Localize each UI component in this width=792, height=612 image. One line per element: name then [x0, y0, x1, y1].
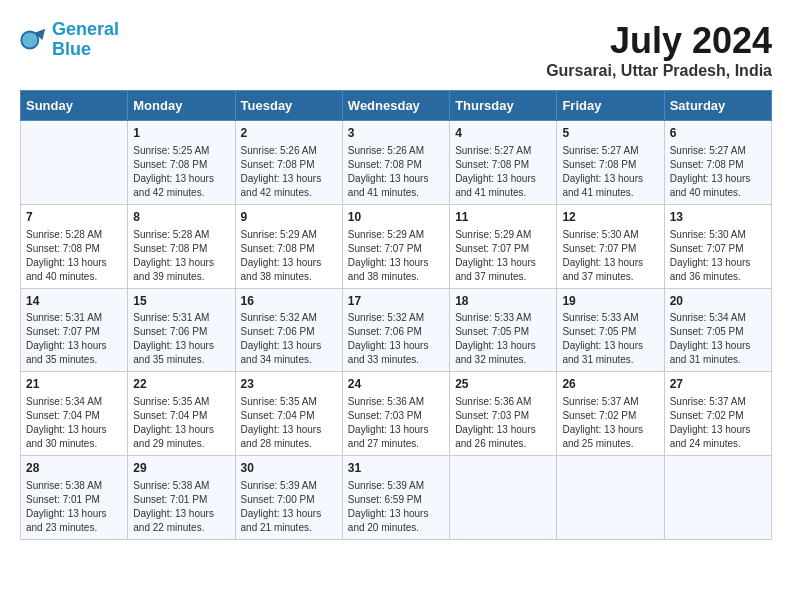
calendar-cell: 8Sunrise: 5:28 AM Sunset: 7:08 PM Daylig… — [128, 204, 235, 288]
calendar-week-5: 28Sunrise: 5:38 AM Sunset: 7:01 PM Dayli… — [21, 456, 772, 540]
day-number: 7 — [26, 209, 122, 226]
day-info: Sunrise: 5:27 AM Sunset: 7:08 PM Dayligh… — [562, 144, 658, 200]
day-number: 11 — [455, 209, 551, 226]
day-number: 17 — [348, 293, 444, 310]
day-number: 3 — [348, 125, 444, 142]
calendar-cell: 11Sunrise: 5:29 AM Sunset: 7:07 PM Dayli… — [450, 204, 557, 288]
calendar-cell: 24Sunrise: 5:36 AM Sunset: 7:03 PM Dayli… — [342, 372, 449, 456]
day-info: Sunrise: 5:33 AM Sunset: 7:05 PM Dayligh… — [562, 311, 658, 367]
calendar-cell: 15Sunrise: 5:31 AM Sunset: 7:06 PM Dayli… — [128, 288, 235, 372]
day-number: 28 — [26, 460, 122, 477]
day-number: 30 — [241, 460, 337, 477]
calendar-cell: 19Sunrise: 5:33 AM Sunset: 7:05 PM Dayli… — [557, 288, 664, 372]
calendar-cell — [664, 456, 771, 540]
logo-line2: Blue — [52, 39, 91, 59]
calendar-week-2: 7Sunrise: 5:28 AM Sunset: 7:08 PM Daylig… — [21, 204, 772, 288]
day-number: 15 — [133, 293, 229, 310]
calendar-cell: 29Sunrise: 5:38 AM Sunset: 7:01 PM Dayli… — [128, 456, 235, 540]
day-number: 10 — [348, 209, 444, 226]
day-number: 12 — [562, 209, 658, 226]
calendar-cell: 30Sunrise: 5:39 AM Sunset: 7:00 PM Dayli… — [235, 456, 342, 540]
calendar-cell — [557, 456, 664, 540]
weekday-header-friday: Friday — [557, 91, 664, 121]
day-number: 8 — [133, 209, 229, 226]
calendar-cell: 4Sunrise: 5:27 AM Sunset: 7:08 PM Daylig… — [450, 121, 557, 205]
title-block: July 2024 Gursarai, Uttar Pradesh, India — [546, 20, 772, 80]
day-number: 26 — [562, 376, 658, 393]
day-info: Sunrise: 5:38 AM Sunset: 7:01 PM Dayligh… — [26, 479, 122, 535]
calendar-cell: 27Sunrise: 5:37 AM Sunset: 7:02 PM Dayli… — [664, 372, 771, 456]
calendar-cell: 13Sunrise: 5:30 AM Sunset: 7:07 PM Dayli… — [664, 204, 771, 288]
weekday-header-sunday: Sunday — [21, 91, 128, 121]
day-info: Sunrise: 5:36 AM Sunset: 7:03 PM Dayligh… — [455, 395, 551, 451]
day-number: 21 — [26, 376, 122, 393]
day-info: Sunrise: 5:27 AM Sunset: 7:08 PM Dayligh… — [455, 144, 551, 200]
calendar-week-1: 1Sunrise: 5:25 AM Sunset: 7:08 PM Daylig… — [21, 121, 772, 205]
weekday-header-thursday: Thursday — [450, 91, 557, 121]
weekday-header-row: SundayMondayTuesdayWednesdayThursdayFrid… — [21, 91, 772, 121]
day-number: 16 — [241, 293, 337, 310]
day-info: Sunrise: 5:37 AM Sunset: 7:02 PM Dayligh… — [670, 395, 766, 451]
calendar-cell: 18Sunrise: 5:33 AM Sunset: 7:05 PM Dayli… — [450, 288, 557, 372]
month-year: July 2024 — [546, 20, 772, 62]
day-info: Sunrise: 5:28 AM Sunset: 7:08 PM Dayligh… — [26, 228, 122, 284]
day-info: Sunrise: 5:29 AM Sunset: 7:07 PM Dayligh… — [348, 228, 444, 284]
day-number: 13 — [670, 209, 766, 226]
calendar-cell: 20Sunrise: 5:34 AM Sunset: 7:05 PM Dayli… — [664, 288, 771, 372]
calendar-cell: 21Sunrise: 5:34 AM Sunset: 7:04 PM Dayli… — [21, 372, 128, 456]
day-info: Sunrise: 5:28 AM Sunset: 7:08 PM Dayligh… — [133, 228, 229, 284]
day-number: 20 — [670, 293, 766, 310]
day-number: 5 — [562, 125, 658, 142]
day-number: 18 — [455, 293, 551, 310]
logo-text: General Blue — [52, 20, 119, 60]
calendar-cell — [450, 456, 557, 540]
day-info: Sunrise: 5:29 AM Sunset: 7:07 PM Dayligh… — [455, 228, 551, 284]
calendar-cell: 25Sunrise: 5:36 AM Sunset: 7:03 PM Dayli… — [450, 372, 557, 456]
day-number: 31 — [348, 460, 444, 477]
logo-icon — [20, 26, 48, 54]
day-info: Sunrise: 5:26 AM Sunset: 7:08 PM Dayligh… — [348, 144, 444, 200]
calendar-cell: 26Sunrise: 5:37 AM Sunset: 7:02 PM Dayli… — [557, 372, 664, 456]
calendar-cell: 23Sunrise: 5:35 AM Sunset: 7:04 PM Dayli… — [235, 372, 342, 456]
day-info: Sunrise: 5:37 AM Sunset: 7:02 PM Dayligh… — [562, 395, 658, 451]
day-info: Sunrise: 5:32 AM Sunset: 7:06 PM Dayligh… — [348, 311, 444, 367]
day-info: Sunrise: 5:32 AM Sunset: 7:06 PM Dayligh… — [241, 311, 337, 367]
day-info: Sunrise: 5:33 AM Sunset: 7:05 PM Dayligh… — [455, 311, 551, 367]
day-info: Sunrise: 5:27 AM Sunset: 7:08 PM Dayligh… — [670, 144, 766, 200]
calendar-table: SundayMondayTuesdayWednesdayThursdayFrid… — [20, 90, 772, 540]
calendar-cell — [21, 121, 128, 205]
calendar-cell: 16Sunrise: 5:32 AM Sunset: 7:06 PM Dayli… — [235, 288, 342, 372]
day-number: 9 — [241, 209, 337, 226]
day-info: Sunrise: 5:39 AM Sunset: 7:00 PM Dayligh… — [241, 479, 337, 535]
weekday-header-monday: Monday — [128, 91, 235, 121]
calendar-cell: 17Sunrise: 5:32 AM Sunset: 7:06 PM Dayli… — [342, 288, 449, 372]
day-number: 1 — [133, 125, 229, 142]
day-info: Sunrise: 5:31 AM Sunset: 7:06 PM Dayligh… — [133, 311, 229, 367]
calendar-week-3: 14Sunrise: 5:31 AM Sunset: 7:07 PM Dayli… — [21, 288, 772, 372]
day-info: Sunrise: 5:26 AM Sunset: 7:08 PM Dayligh… — [241, 144, 337, 200]
calendar-cell: 9Sunrise: 5:29 AM Sunset: 7:08 PM Daylig… — [235, 204, 342, 288]
day-number: 23 — [241, 376, 337, 393]
calendar-week-4: 21Sunrise: 5:34 AM Sunset: 7:04 PM Dayli… — [21, 372, 772, 456]
weekday-header-saturday: Saturday — [664, 91, 771, 121]
day-info: Sunrise: 5:25 AM Sunset: 7:08 PM Dayligh… — [133, 144, 229, 200]
day-info: Sunrise: 5:29 AM Sunset: 7:08 PM Dayligh… — [241, 228, 337, 284]
weekday-header-wednesday: Wednesday — [342, 91, 449, 121]
day-number: 2 — [241, 125, 337, 142]
day-number: 6 — [670, 125, 766, 142]
day-info: Sunrise: 5:38 AM Sunset: 7:01 PM Dayligh… — [133, 479, 229, 535]
day-info: Sunrise: 5:30 AM Sunset: 7:07 PM Dayligh… — [562, 228, 658, 284]
calendar-cell: 2Sunrise: 5:26 AM Sunset: 7:08 PM Daylig… — [235, 121, 342, 205]
page-header: General Blue July 2024 Gursarai, Uttar P… — [20, 20, 772, 80]
day-number: 4 — [455, 125, 551, 142]
calendar-cell: 7Sunrise: 5:28 AM Sunset: 7:08 PM Daylig… — [21, 204, 128, 288]
day-info: Sunrise: 5:31 AM Sunset: 7:07 PM Dayligh… — [26, 311, 122, 367]
calendar-cell: 22Sunrise: 5:35 AM Sunset: 7:04 PM Dayli… — [128, 372, 235, 456]
day-number: 22 — [133, 376, 229, 393]
day-number: 19 — [562, 293, 658, 310]
calendar-cell: 6Sunrise: 5:27 AM Sunset: 7:08 PM Daylig… — [664, 121, 771, 205]
day-info: Sunrise: 5:35 AM Sunset: 7:04 PM Dayligh… — [241, 395, 337, 451]
day-number: 24 — [348, 376, 444, 393]
day-number: 25 — [455, 376, 551, 393]
day-info: Sunrise: 5:35 AM Sunset: 7:04 PM Dayligh… — [133, 395, 229, 451]
